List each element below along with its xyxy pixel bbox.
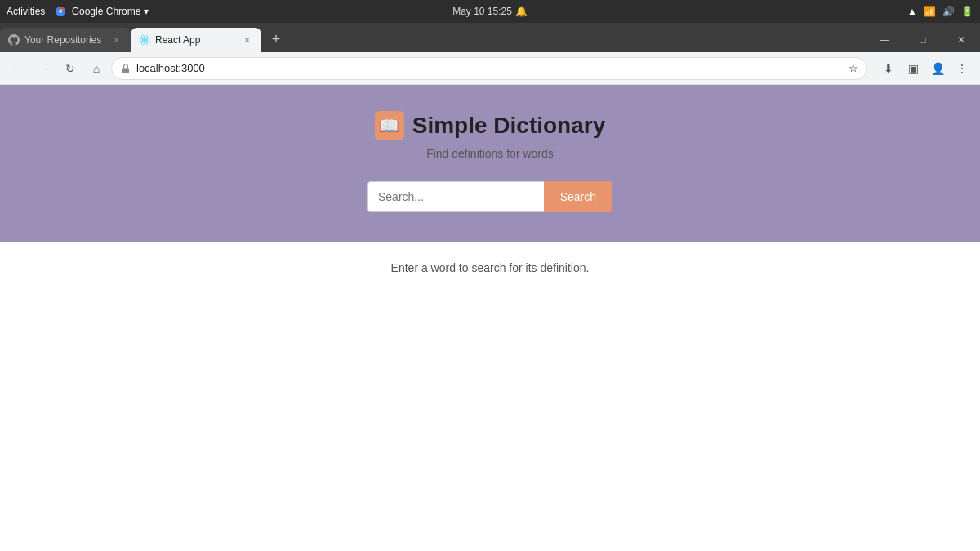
- app-title-container: 📖 Simple Dictionary: [375, 111, 606, 140]
- svg-point-1: [60, 11, 63, 14]
- lock-icon: [120, 63, 131, 74]
- tab-react[interactable]: React App ✕: [131, 28, 261, 52]
- address-bar[interactable]: localhost:3000 ☆: [111, 57, 867, 80]
- battery-icon: 🔋: [961, 6, 973, 17]
- menu-button[interactable]: ⋮: [951, 57, 973, 80]
- sidebar-toggle-button[interactable]: ▣: [902, 57, 924, 80]
- tab-repos-label: Your Repositories: [24, 34, 101, 46]
- close-button[interactable]: ✕: [942, 29, 980, 51]
- wifi-icon: ▲: [907, 6, 917, 17]
- volume-icon: 🔊: [942, 6, 955, 17]
- address-bar-icons: ☆: [849, 62, 858, 74]
- app-subtitle: Find definitions for words: [426, 147, 554, 160]
- activities-label[interactable]: Activities: [7, 6, 45, 17]
- window-controls: — □ ✕: [866, 28, 980, 52]
- app-title: Simple Dictionary: [412, 113, 606, 139]
- os-bar-right: ▲ 📶 🔊 🔋: [907, 6, 973, 17]
- tab-react-label: React App: [155, 34, 200, 46]
- os-top-bar: Activities Google Chrome ▾ May 10 15:25 …: [0, 0, 980, 23]
- browser-label[interactable]: Google Chrome ▾: [55, 6, 148, 18]
- github-icon: [8, 34, 20, 46]
- search-bar: Search: [368, 181, 612, 212]
- home-button[interactable]: ⌂: [85, 57, 108, 80]
- main-content: Enter a word to search for its definitio…: [0, 242, 980, 294]
- url-text: localhost:3000: [136, 62, 205, 74]
- empty-state-text: Enter a word to search for its definitio…: [391, 261, 590, 274]
- os-datetime: May 10 15:25 🔔: [452, 6, 528, 17]
- svg-rect-6: [122, 68, 129, 73]
- minimize-button[interactable]: —: [866, 29, 903, 51]
- chrome-nav-bar: ← → ↻ ⌂ localhost:3000 ☆ ⬇ ▣ 👤 ⋮: [0, 52, 980, 85]
- network-icon: 📶: [924, 6, 936, 17]
- new-tab-button[interactable]: +: [265, 28, 287, 51]
- chrome-title-bar: Your Repositories ✕ React App ✕ + — □ ✕: [0, 23, 980, 52]
- page-content: 📖 Simple Dictionary Find definitions for…: [0, 85, 980, 551]
- app-logo-icon: 📖: [375, 111, 404, 140]
- app-header: 📖 Simple Dictionary Find definitions for…: [0, 85, 980, 242]
- reload-button[interactable]: ↻: [59, 57, 82, 80]
- download-button[interactable]: ⬇: [877, 57, 900, 80]
- tab-react-close[interactable]: ✕: [240, 33, 253, 47]
- search-input[interactable]: [368, 181, 544, 212]
- react-icon: [139, 34, 150, 46]
- tab-repos-close[interactable]: ✕: [109, 33, 122, 47]
- bookmark-icon[interactable]: ☆: [849, 62, 858, 74]
- chrome-action-buttons: ⬇ ▣ 👤 ⋮: [877, 57, 973, 80]
- notification-icon: 🔔: [515, 6, 528, 17]
- svg-point-2: [143, 38, 146, 42]
- profile-button[interactable]: 👤: [926, 57, 949, 80]
- search-button[interactable]: Search: [544, 181, 612, 212]
- os-bar-left: Activities Google Chrome ▾: [7, 6, 149, 18]
- maximize-button[interactable]: □: [904, 29, 942, 51]
- back-button[interactable]: ←: [7, 57, 29, 80]
- tab-repos[interactable]: Your Repositories ✕: [0, 28, 131, 52]
- forward-button[interactable]: →: [33, 57, 56, 80]
